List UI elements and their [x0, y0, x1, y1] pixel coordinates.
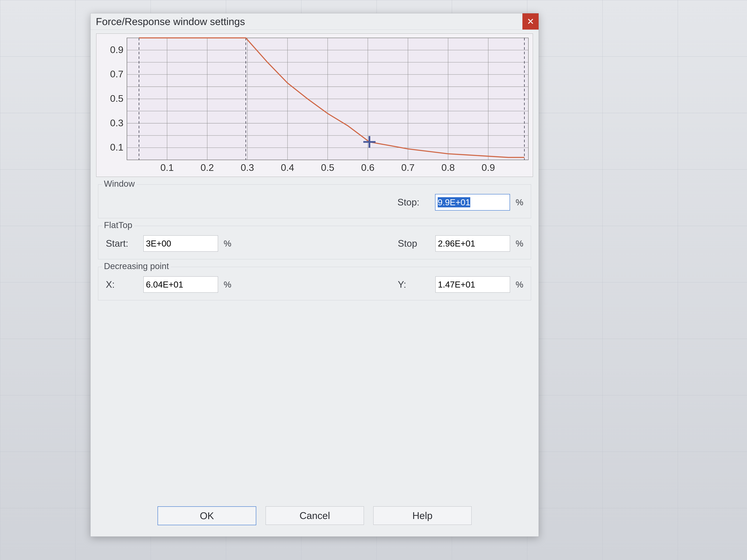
- group-window: Window Stop: %: [98, 184, 531, 218]
- svg-text:0.8: 0.8: [441, 163, 455, 173]
- decreasing-y-input[interactable]: [435, 276, 510, 293]
- close-button[interactable]: ✕: [522, 14, 539, 30]
- group-legend: Window: [102, 179, 137, 189]
- decreasing-y-label: Y:: [398, 279, 430, 290]
- cancel-button[interactable]: Cancel: [266, 506, 364, 525]
- titlebar[interactable]: Force/Response window settings ✕: [91, 14, 539, 30]
- svg-text:0.3: 0.3: [241, 163, 254, 173]
- window-stop-input[interactable]: [435, 194, 510, 211]
- flattop-start-input[interactable]: [144, 235, 218, 251]
- group-decreasing-point: Decreasing point X: % Y: %: [98, 267, 531, 300]
- group-legend: Decreasing point: [102, 261, 171, 271]
- decreasing-x-label: X:: [106, 279, 138, 290]
- flattop-start-unit: %: [224, 238, 231, 248]
- dialog-title: Force/Response window settings: [96, 16, 245, 27]
- close-icon: ✕: [527, 16, 534, 27]
- svg-text:0.7: 0.7: [402, 163, 415, 173]
- window-preview-chart: 0.10.30.50.70.90.10.20.30.40.50.60.70.80…: [96, 33, 533, 177]
- svg-text:0.1: 0.1: [110, 142, 124, 153]
- help-button[interactable]: Help: [373, 506, 471, 525]
- group-legend: FlatTop: [102, 220, 134, 230]
- window-stop-label: Stop:: [397, 197, 430, 208]
- flattop-stop-input[interactable]: [435, 235, 510, 251]
- group-flattop: FlatTop Start: % Stop %: [98, 226, 531, 259]
- svg-text:0.2: 0.2: [201, 163, 214, 173]
- svg-text:0.9: 0.9: [110, 45, 124, 55]
- svg-text:0.5: 0.5: [110, 94, 124, 104]
- svg-text:0.5: 0.5: [321, 163, 334, 173]
- flattop-stop-unit: %: [516, 238, 523, 248]
- svg-text:0.9: 0.9: [482, 163, 495, 173]
- dialog-buttons: OK Cancel Help: [91, 506, 539, 525]
- flattop-stop-label: Stop: [398, 238, 430, 249]
- decreasing-y-unit: %: [516, 279, 523, 290]
- svg-text:0.4: 0.4: [281, 163, 294, 173]
- flattop-start-label: Start:: [106, 238, 138, 249]
- svg-text:0.7: 0.7: [110, 69, 124, 79]
- svg-text:0.3: 0.3: [110, 118, 124, 128]
- decreasing-x-unit: %: [224, 279, 231, 290]
- settings-dialog: Force/Response window settings ✕ 0.10.30…: [91, 13, 539, 537]
- svg-text:0.1: 0.1: [160, 163, 174, 173]
- svg-text:0.6: 0.6: [361, 163, 375, 173]
- ok-button[interactable]: OK: [158, 506, 256, 525]
- window-stop-unit: %: [516, 197, 523, 207]
- decreasing-x-input[interactable]: [144, 276, 218, 293]
